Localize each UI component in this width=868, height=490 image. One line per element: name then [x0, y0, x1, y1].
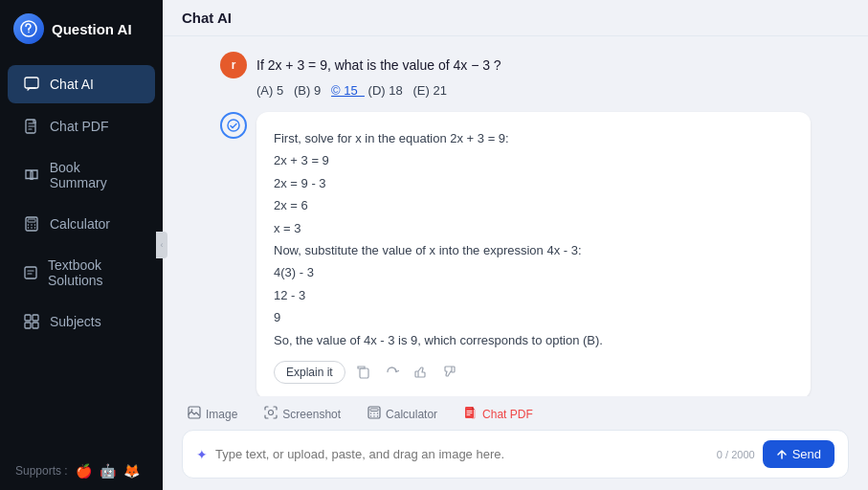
- image-label: Image: [206, 408, 237, 421]
- calculator-toolbar-label: Calculator: [386, 408, 437, 421]
- user-question: If 2x + 3 = 9, what is the value of 4x −…: [256, 52, 501, 100]
- ai-line-3: 2x = 9 - 3: [274, 176, 326, 190]
- option-e: (E) 21: [413, 83, 447, 98]
- svg-rect-23: [370, 409, 378, 412]
- page-title: Chat AI: [182, 10, 232, 26]
- sidebar-label-chat-pdf: Chat PDF: [50, 119, 108, 134]
- sidebar-label-calculator: Calculator: [50, 216, 110, 232]
- sidebar-label-book-summary: Book Summary: [50, 160, 140, 190]
- send-label: Send: [792, 447, 821, 461]
- svg-point-8: [34, 224, 36, 226]
- main-content: Chat AI r If 2x + 3 = 9, what is the val…: [163, 0, 868, 490]
- screenshot-label: Screenshot: [282, 408, 341, 421]
- page-header: Chat AI: [163, 0, 868, 36]
- sidebar: Question AI Chat AI Chat PDF: [0, 0, 163, 490]
- svg-point-10: [31, 227, 33, 229]
- ai-line-4: 2x = 6: [274, 198, 308, 212]
- ai-line-9: 9: [274, 310, 280, 324]
- input-row: ✦ 0 / 2000 Send: [196, 440, 835, 468]
- sidebar-item-book-summary[interactable]: Book Summary: [8, 149, 155, 201]
- svg-point-1: [28, 32, 30, 33]
- svg-rect-16: [33, 323, 38, 328]
- option-b: (B) 9: [294, 83, 327, 98]
- thumbs-up-icon[interactable]: [411, 362, 432, 383]
- thumbs-down-icon[interactable]: [439, 362, 460, 383]
- svg-point-28: [373, 415, 374, 416]
- calculator-icon: [23, 215, 40, 233]
- send-button[interactable]: Send: [763, 440, 835, 468]
- option-c: © 15: [331, 83, 365, 98]
- book-summary-icon: [23, 167, 40, 184]
- ai-line-5: x = 3: [274, 221, 301, 235]
- subjects-icon: [23, 313, 40, 330]
- logo-area: Question AI: [0, 0, 163, 57]
- sidebar-label-chat-ai: Chat AI: [50, 77, 94, 92]
- svg-rect-2: [25, 78, 38, 88]
- textbook-solutions-icon: [23, 264, 38, 281]
- sidebar-item-textbook-solutions[interactable]: Textbook Solutions: [8, 247, 155, 299]
- other-icon: 🦊: [123, 463, 140, 479]
- svg-rect-5: [28, 219, 35, 222]
- ai-line-8: 12 - 3: [274, 288, 305, 302]
- chat-pdf-toolbar-label: Chat PDF: [482, 408, 533, 421]
- calculator-toolbar-button[interactable]: Calculator: [362, 402, 443, 426]
- svg-point-7: [31, 224, 33, 226]
- sidebar-label-subjects: Subjects: [50, 314, 101, 329]
- svg-rect-15: [25, 323, 31, 328]
- logo-icon: [13, 13, 44, 44]
- ai-bubble: First, solve for x in the equation 2x + …: [256, 112, 811, 396]
- spark-icon: ✦: [196, 447, 208, 462]
- supports-area: Supports : 🍎 🤖 🦊: [0, 452, 163, 490]
- chat-ai-icon: [23, 76, 40, 93]
- ai-line-7: 4(3) - 3: [274, 265, 314, 279]
- screenshot-icon: [264, 406, 278, 422]
- collapse-handle[interactable]: ‹: [156, 232, 167, 258]
- ai-line-1: First, solve for x in the equation 2x + …: [274, 131, 509, 145]
- logo-text: Question AI: [52, 21, 132, 37]
- image-button[interactable]: Image: [182, 402, 243, 426]
- char-count: 0 / 2000: [717, 449, 755, 460]
- chat-area: r If 2x + 3 = 9, what is the value of 4x…: [163, 36, 868, 396]
- nav-items: Chat AI Chat PDF Book Summary: [0, 57, 163, 452]
- sidebar-item-chat-pdf[interactable]: Chat PDF: [8, 107, 155, 145]
- ai-line-10: So, the value of 4x - 3 is 9, which corr…: [274, 333, 603, 347]
- chat-input[interactable]: [215, 447, 709, 461]
- sidebar-item-calculator[interactable]: Calculator: [8, 205, 155, 243]
- user-avatar: r: [220, 52, 247, 78]
- apple-icon: 🍎: [76, 463, 92, 479]
- screenshot-button[interactable]: Screenshot: [258, 402, 346, 426]
- ai-line-2: 2x + 3 = 9: [274, 153, 329, 167]
- copy-icon[interactable]: [353, 362, 374, 383]
- ai-actions: Explain it: [274, 361, 793, 384]
- svg-point-9: [28, 227, 30, 229]
- input-area: ✦ 0 / 2000 Send: [182, 430, 849, 479]
- svg-point-29: [377, 415, 378, 416]
- option-a: (A) 5: [256, 83, 290, 98]
- svg-point-11: [34, 227, 36, 229]
- svg-point-24: [370, 412, 371, 413]
- image-icon: [188, 406, 201, 422]
- svg-rect-14: [33, 315, 38, 321]
- supports-label: Supports :: [15, 464, 68, 478]
- bottom-toolbar: Image Screenshot Calculator Chat PDF: [163, 396, 868, 430]
- calculator-toolbar-icon: [367, 406, 381, 422]
- svg-point-17: [228, 120, 239, 131]
- svg-rect-18: [360, 368, 368, 378]
- android-icon: 🤖: [100, 463, 116, 479]
- explain-button[interactable]: Explain it: [274, 361, 345, 384]
- ai-avatar: [220, 112, 247, 139]
- ai-line-6: Now, substitute the value of x into the …: [274, 243, 582, 257]
- chat-pdf-icon: [23, 118, 40, 135]
- sidebar-item-chat-ai[interactable]: Chat AI: [8, 65, 155, 103]
- option-d: (D) 18: [368, 83, 410, 98]
- refresh-icon[interactable]: [382, 362, 403, 383]
- sidebar-label-textbook-solutions: Textbook Solutions: [48, 257, 140, 288]
- svg-point-25: [373, 412, 374, 413]
- user-message: r If 2x + 3 = 9, what is the value of 4x…: [220, 52, 811, 100]
- ai-response: First, solve for x in the equation 2x + …: [220, 112, 811, 396]
- svg-rect-12: [25, 267, 36, 278]
- chat-pdf-toolbar-button[interactable]: Chat PDF: [458, 402, 539, 426]
- chat-pdf-toolbar-icon: [464, 406, 478, 422]
- sidebar-item-subjects[interactable]: Subjects: [8, 302, 155, 341]
- svg-point-6: [28, 224, 30, 226]
